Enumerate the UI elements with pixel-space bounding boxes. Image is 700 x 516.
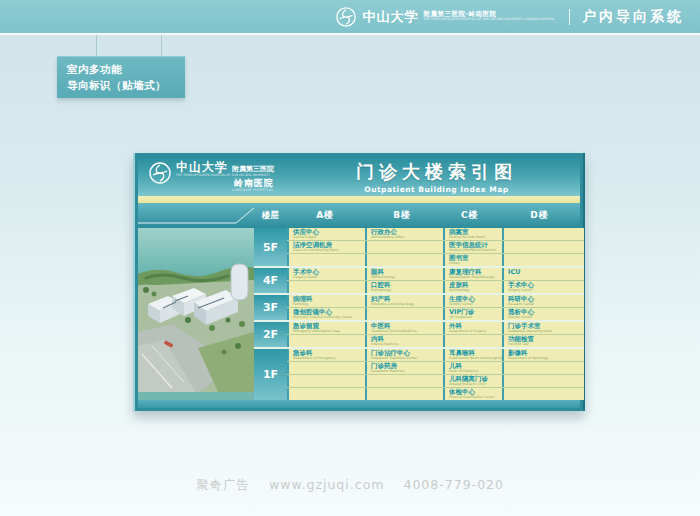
dept-cell: 内科Internal Medicine [365, 335, 443, 347]
dept-cell: 耳鼻喉科Examination Room Otolaryngology (ENT… [443, 349, 502, 361]
sign-bottom-strip [138, 400, 580, 408]
empty-cell [365, 308, 443, 320]
dept-cell: 妇产科Obstetrics and Gynecology [365, 295, 443, 307]
accent-line [138, 203, 254, 228]
dept-name-en: Outpatient Operating Room [508, 330, 584, 333]
empty-cell [443, 335, 502, 347]
badge-line2: 导向标识（贴墙式） [67, 78, 185, 93]
table-row: 急诊科Department of Emergency门诊治疗中心Outpatie… [287, 349, 584, 362]
dept-name-en: Physical Examination Center [449, 396, 502, 399]
dept-name-en: Central Supply [293, 236, 365, 239]
dept-name-en: Dialysis Center [508, 316, 584, 319]
sign-logo-icon [148, 161, 172, 185]
floor-band-2f: 2F急诊留观Emergency Observation Area中医科Tradi… [254, 322, 584, 349]
column-header-building-c: C楼 [441, 209, 499, 222]
floor-label: 3F [254, 295, 287, 320]
dept-name-en: Internal Medicine [371, 343, 443, 346]
floor-label: 5F [254, 228, 287, 266]
dept-cell: 微创腔镜中心Minimally Invasive Endoscopy Cente… [287, 308, 365, 320]
dept-name-en: Stomatology [371, 289, 443, 292]
dept-cell: 病理科Pathology [287, 295, 365, 307]
bar-divider [569, 9, 570, 25]
empty-cell [502, 388, 584, 400]
column-header-building-b: B楼 [364, 209, 441, 222]
dept-name-en: Outpatient Treatment Center [371, 357, 443, 360]
dept-cell: 行政办公Administrative Office [365, 228, 443, 240]
dept-cell: 功能检查Function Test [502, 335, 584, 347]
top-brand-bar: 中山大学 附属第三医院·岭南医院 THE THIRD AFFILIATED HO… [0, 0, 700, 33]
dept-cell: 儿科Dept. of Pediatrics [443, 362, 502, 374]
badge-string-right [161, 35, 162, 57]
empty-cell [502, 241, 584, 253]
empty-cell [502, 362, 584, 374]
dept-cell: 生殖中心Fertility Center [443, 295, 502, 307]
dept-name-en: Pathology [293, 303, 365, 306]
floor-label: 1F [254, 349, 287, 400]
dept-cell: VIP门诊VIP Outpatient [443, 308, 502, 320]
dept-cell: 急诊留观Emergency Observation Area [287, 322, 365, 334]
agency-website: www.gzjuqi.com [269, 477, 384, 492]
campus-render-image [138, 228, 254, 400]
dept-cell: 门诊药房Outpatient Pharmacy [365, 362, 443, 374]
system-title: 户内导向系统 [582, 8, 684, 26]
dept-cell: 洁净空调机房Clean Air Conditioning Room [287, 241, 365, 253]
hospital-name-en: THE THIRD AFFILIATED HOSPITAL OF SUN YAT… [423, 18, 555, 22]
dept-cell: 门诊手术室Outpatient Operating Room [502, 322, 584, 334]
floor-band-5f: 5F供应中心Central Supply行政办公Administrative O… [254, 228, 584, 268]
dept-name-en: Dermatology [449, 289, 502, 292]
dept-name-en: VIP Outpatient [449, 316, 502, 319]
sign-hospital-name-en: LINGNAN HOSPITAL [232, 189, 274, 193]
dept-name-en: Fertility Center [449, 303, 502, 306]
index-table-body: 5F供应中心Central Supply行政办公Administrative O… [254, 228, 584, 400]
dept-cell: 透析中心Dialysis Center [502, 308, 584, 320]
dept-name-en: Rehabilitation Physiotherapy [449, 276, 502, 279]
dept-cell: 供应中心Central Supply [287, 228, 365, 240]
dept-name-en: Function Test [508, 343, 584, 346]
brand-lockup: 中山大学 附属第三医院·岭南医院 THE THIRD AFFILIATED HO… [335, 6, 555, 28]
dept-name-en: Emergency Observation Area [293, 330, 365, 333]
dept-cell: 影像科Department of Radiology [502, 349, 584, 361]
dept-cell: 中医科Traditional Chinese Medicine [365, 322, 443, 334]
floor-column-header: 楼层 [254, 210, 287, 222]
table-row: 图书室Library [287, 254, 584, 266]
empty-cell [502, 375, 584, 387]
table-row: 供应中心Central Supply行政办公Administrative Off… [287, 228, 584, 241]
yellow-accent-strip [138, 196, 580, 203]
dept-name-en: Obstetrics and Gynecology [371, 303, 443, 306]
dept-cell: 科研中心Research Center [502, 295, 584, 307]
floor-label: 2F [254, 322, 287, 347]
bar-bottom-line [0, 33, 700, 35]
dept-cell: 门诊治疗中心Outpatient Treatment Center [365, 349, 443, 361]
dept-cell: 图书室Library [443, 254, 502, 266]
dept-name-en: Department of Emergency [293, 357, 365, 360]
dept-cell: 儿科隔离门诊Isolated Pediatric Clinic [443, 375, 502, 387]
university-logo-icon [335, 6, 357, 28]
dept-cell: 病案室Medical Records Room [443, 228, 502, 240]
dept-name-en: Library [449, 262, 502, 265]
table-row: 微创腔镜中心Minimally Invasive Endoscopy Cente… [287, 308, 584, 320]
table-row: 口腔科Stomatology皮肤科Dermatology手术中心Surgery … [287, 281, 584, 293]
badge-string-left [96, 35, 97, 57]
dept-cell: 眼科Ophthalmology [365, 268, 443, 280]
empty-cell [365, 388, 443, 400]
dept-name-en: Medical Records Room [449, 236, 502, 239]
empty-cell [502, 254, 584, 266]
empty-cell [287, 362, 365, 374]
dept-name-en: Clean Air Conditioning Room [293, 249, 365, 252]
sign-affiliate-name-en: THE THIRD AFFILIATED HOSPITAL OF SUN YAT… [176, 174, 274, 177]
dept-name-en: Dept. of Pediatrics [449, 370, 502, 373]
floor-band-1f: 1F急诊科Department of Emergency门诊治疗中心Outpat… [254, 349, 584, 400]
sign-university-name: 中山大学 [176, 161, 228, 173]
table-row: 内科Internal Medicine功能检查Function Test [287, 335, 584, 347]
table-row: 手术中心Surgery Center眼科Ophthalmology康复理疗科Re… [287, 268, 584, 281]
empty-cell [287, 375, 365, 387]
agency-phone: 4008-779-020 [403, 477, 504, 492]
floor-band-3f: 3F病理科Pathology妇产科Obstetrics and Gynecolo… [254, 295, 584, 322]
dept-name-en: Surgery Center [508, 289, 584, 292]
dept-cell: 皮肤科Dermatology [443, 281, 502, 293]
dept-cell: 口腔科Stomatology [365, 281, 443, 293]
floor-band-4f: 4F手术中心Surgery Center眼科Ophthalmology康复理疗科… [254, 268, 584, 295]
dept-cell: ICU [502, 268, 584, 280]
badge-line1: 室内多功能 [67, 62, 185, 77]
table-row: 儿科隔离门诊Isolated Pediatric Clinic [287, 375, 584, 388]
